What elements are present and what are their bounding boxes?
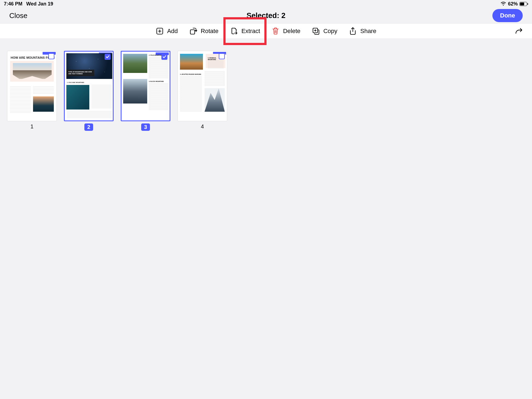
page-number: 3 xyxy=(141,123,150,131)
rotate-label: Rotate xyxy=(201,28,218,35)
rotate-button[interactable]: Rotate xyxy=(189,27,218,35)
extract-icon xyxy=(230,27,238,35)
add-button[interactable]: Add xyxy=(156,27,178,35)
page-checkbox[interactable] xyxy=(105,54,111,60)
done-button[interactable]: Done xyxy=(492,9,523,22)
rotate-icon xyxy=(189,27,197,35)
page3-heading-1: 2. FOLD MOUNTAINS xyxy=(149,54,162,56)
page-title: Selected: 2 xyxy=(247,11,286,20)
page-number: 2 xyxy=(84,123,93,131)
svg-rect-4 xyxy=(190,30,195,34)
delete-button[interactable]: Delete xyxy=(271,27,300,35)
status-time: 7:46 PM xyxy=(4,1,22,7)
undo-button[interactable] xyxy=(513,26,524,37)
page-thumbnail-wrap: TYPE OF MOUNTAINS AND HOW ARE THEY FORME… xyxy=(64,51,114,131)
trash-icon xyxy=(271,27,280,35)
page-thumbnail-wrap: 5. RESIDUAL MOUNTAINS 4. UPLIFTED PASSIV… xyxy=(178,51,227,130)
page2-caption: TYPE OF MOUNTAINS AND HOW ARE THEY FORME… xyxy=(66,70,94,76)
page-checkbox[interactable] xyxy=(219,53,225,59)
page-number: 4 xyxy=(201,123,204,130)
toolbar: Add Rotate Extract Delete Copy xyxy=(0,23,532,39)
extract-label: Extract xyxy=(241,28,260,35)
share-button[interactable]: Share xyxy=(349,27,376,35)
add-label: Add xyxy=(167,28,178,35)
copy-icon xyxy=(312,27,320,35)
add-icon xyxy=(156,27,164,35)
wifi-icon xyxy=(500,2,506,6)
share-icon xyxy=(349,27,357,35)
share-label: Share xyxy=(360,28,376,35)
delete-label: Delete xyxy=(283,28,300,35)
status-date: Wed Jan 19 xyxy=(26,1,53,7)
page-checkbox[interactable] xyxy=(161,54,167,60)
copy-button[interactable]: Copy xyxy=(312,27,337,35)
page-thumbnails: HOW ARE MOUNTAINS FORM 1 TYPE OF MOUNTAI… xyxy=(0,39,532,143)
battery-percent: 62% xyxy=(508,1,518,7)
page2-subheading: 1. VOLCANIC MOUNTAINS xyxy=(67,82,84,83)
page4-heading-2: 4. UPLIFTED PASSIVE MARGINS xyxy=(180,73,201,75)
page-thumbnail-2[interactable]: TYPE OF MOUNTAINS AND HOW ARE THEY FORME… xyxy=(64,51,114,121)
page-checkbox[interactable] xyxy=(48,53,54,59)
page-thumbnail-1[interactable]: HOW ARE MOUNTAINS FORM xyxy=(7,51,57,121)
page-thumbnail-4[interactable]: 5. RESIDUAL MOUNTAINS 4. UPLIFTED PASSIV… xyxy=(178,51,227,121)
page3-heading-2: 3. BLOCK MOUNTAINS xyxy=(149,81,164,82)
status-bar: 7:46 PM Wed Jan 19 62% xyxy=(0,0,532,8)
page-thumbnail-wrap: HOW ARE MOUNTAINS FORM 1 xyxy=(7,51,57,130)
page-number: 1 xyxy=(30,123,33,130)
close-button[interactable]: Close xyxy=(9,11,27,20)
copy-label: Copy xyxy=(323,28,337,35)
undo-icon xyxy=(515,27,523,35)
page-thumbnail-3[interactable]: 2. FOLD MOUNTAINS 3. BLOCK MOUNTAINS xyxy=(121,51,170,121)
header: Close Selected: 2 Done xyxy=(0,8,532,23)
svg-rect-2 xyxy=(527,3,528,5)
svg-rect-1 xyxy=(520,2,524,5)
extract-button[interactable]: Extract xyxy=(230,27,260,35)
battery-icon xyxy=(519,2,528,6)
page-thumbnail-wrap: 2. FOLD MOUNTAINS 3. BLOCK MOUNTAINS 3 xyxy=(121,51,170,131)
